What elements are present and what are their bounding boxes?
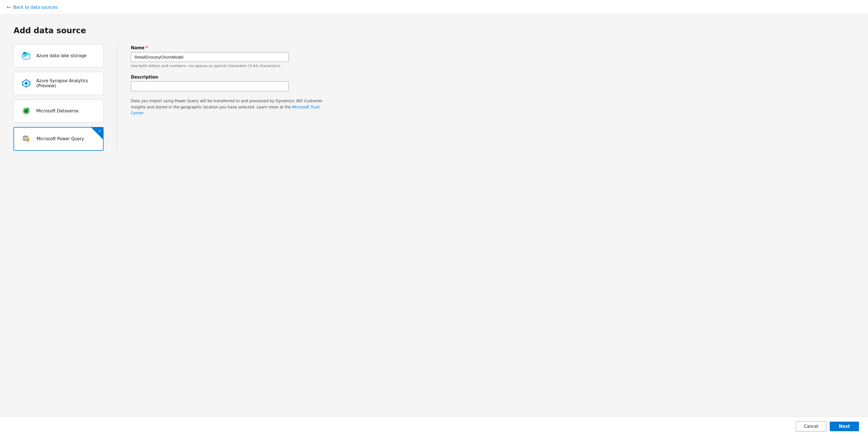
back-link-label: Back to data sources [13, 5, 57, 10]
azure-synapse-label: Azure Synapse Analytics (Preview) [36, 78, 97, 88]
source-card-azure-lake[interactable]: Azure data lake storage [13, 44, 103, 67]
name-required-star: * [146, 45, 148, 51]
layout-container: Azure data lake storage [13, 44, 855, 151]
description-label-text: Description [131, 75, 158, 80]
name-input[interactable] [131, 52, 288, 62]
powerquery-icon [21, 133, 32, 144]
form-panel: Name * Use both letters and numbers—no s… [131, 44, 855, 116]
info-text: Data you import using Power Query will b… [131, 98, 328, 116]
source-card-powerquery[interactable]: Microsoft Power Query [13, 127, 103, 151]
back-to-datasources-link[interactable]: ← Back to data sources [7, 4, 57, 10]
source-card-azure-synapse[interactable]: Azure Synapse Analytics (Preview) [13, 72, 103, 95]
description-input[interactable] [131, 81, 288, 91]
svg-point-18 [27, 108, 29, 110]
main-content: Add data source Azure data lake storage [0, 14, 868, 416]
dataverse-label: Microsoft Dataverse [36, 109, 79, 114]
back-arrow-icon: ← [7, 4, 11, 10]
next-button[interactable]: Next [830, 422, 859, 431]
source-card-dataverse[interactable]: Microsoft Dataverse [13, 99, 103, 122]
azure-lake-icon [21, 50, 32, 61]
name-form-group: Name * Use both letters and numbers—no s… [131, 45, 855, 68]
powerquery-label: Microsoft Power Query [37, 136, 84, 141]
sources-list: Azure data lake storage [13, 44, 103, 151]
name-hint: Use both letters and numbers—no spaces o… [131, 64, 855, 68]
cancel-button[interactable]: Cancel [796, 422, 827, 432]
svg-rect-4 [23, 53, 26, 54]
description-label: Description [131, 75, 855, 80]
azure-lake-label: Azure data lake storage [36, 53, 87, 58]
selected-check-corner [91, 127, 103, 139]
top-bar: ← Back to data sources [0, 0, 868, 14]
footer: Cancel Next [0, 416, 868, 436]
name-label: Name * [131, 45, 855, 51]
azure-synapse-icon [21, 78, 32, 89]
name-label-text: Name [131, 45, 144, 51]
description-form-group: Description [131, 75, 855, 91]
page-title: Add data source [13, 26, 855, 35]
panel-divider [117, 44, 117, 151]
svg-point-17 [25, 110, 28, 112]
dataverse-icon [21, 105, 32, 117]
svg-point-22 [23, 137, 28, 139]
svg-point-7 [25, 82, 28, 85]
